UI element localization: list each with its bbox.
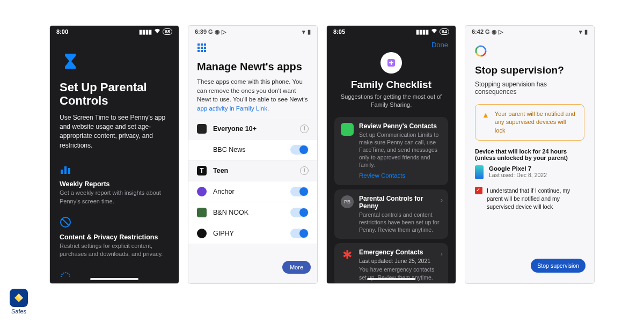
svg-rect-1 xyxy=(64,166,67,174)
rating-section-teen: T Teen i xyxy=(188,160,317,181)
feature-weekly-reports[interactable]: Weekly Reports Get a weekly report with … xyxy=(60,163,169,206)
bar-chart-icon xyxy=(60,163,71,175)
app-row-anchor[interactable]: Anchor xyxy=(188,181,317,202)
svg-rect-10 xyxy=(204,47,206,49)
screen-manage-apps: 6:39 G ◉ ▷ ▾▮ Manage Newt's apps These a… xyxy=(188,26,317,283)
clock: 8:00 xyxy=(56,28,68,35)
battery-icon: ▮ xyxy=(308,28,311,35)
feature-desc: Restrict settings for explicit content, … xyxy=(60,242,169,259)
home-indicator[interactable] xyxy=(90,278,138,280)
family-link-link[interactable]: app activity in Family Link xyxy=(197,105,267,112)
page-description: Use Screen Time to see Penny's app and w… xyxy=(60,113,169,151)
app-row-giphy[interactable]: GIPHY xyxy=(188,223,317,244)
warning-banner: ▲ Your parent will be notified and any s… xyxy=(475,104,584,141)
wifi-icon: ▾ xyxy=(302,28,305,35)
device-row: Google Pixel 7 Last used: Dec 8, 2022 xyxy=(475,165,584,179)
svg-rect-7 xyxy=(204,43,206,46)
screen-family-checklist: 8:05 ▮▮▮▮ 64 Done Family Checklist Sugge… xyxy=(327,26,456,283)
svg-line-4 xyxy=(62,219,69,225)
toggle-switch[interactable] xyxy=(290,229,309,238)
done-button[interactable]: Done xyxy=(431,41,448,49)
svg-rect-0 xyxy=(61,170,63,174)
svg-rect-6 xyxy=(201,43,203,46)
toggle-switch[interactable] xyxy=(290,145,309,155)
svg-rect-11 xyxy=(197,50,200,52)
google-logo-icon xyxy=(475,45,487,57)
feature-content-privacy[interactable]: Content & Privacy Restrictions Restrict … xyxy=(60,216,169,259)
brand-name: Safes xyxy=(10,308,28,314)
svg-rect-2 xyxy=(68,168,70,174)
page-subtitle: Stopping supervision has consequences xyxy=(475,80,584,96)
app-icon xyxy=(197,187,207,196)
svg-rect-8 xyxy=(197,47,200,49)
device-icon xyxy=(475,165,484,179)
svg-rect-13 xyxy=(204,50,206,52)
card-parental-controls[interactable]: PB Parental Controls for Penny Parental … xyxy=(334,189,448,239)
wifi-icon xyxy=(431,28,437,35)
apps-grid-icon[interactable] xyxy=(197,43,207,53)
home-indicator[interactable] xyxy=(367,278,415,280)
page-title: Stop supervision? xyxy=(475,64,584,76)
status-bar: 6:42 G ◉ ▷ ▾▮ xyxy=(465,26,594,38)
wifi-icon: ▾ xyxy=(579,28,582,35)
status-bar: 8:00 ▮▮▮▮ 68 xyxy=(50,26,179,38)
page-title: Set Up Parental Controls xyxy=(60,80,169,108)
card-review-contacts[interactable]: Review Penny's Contacts Set up Communica… xyxy=(334,117,448,185)
page-title: Family Checklist xyxy=(334,79,448,91)
info-icon[interactable]: i xyxy=(300,166,309,175)
svg-rect-9 xyxy=(201,47,203,49)
app-icon xyxy=(197,229,207,238)
card-emergency-contacts[interactable]: ✱ Emergency Contacts Last updated: June … xyxy=(334,243,448,283)
chevron-right-icon: › xyxy=(441,196,443,204)
svg-rect-12 xyxy=(201,50,203,52)
prohibit-icon xyxy=(60,216,71,228)
stop-supervision-button[interactable]: Stop supervision xyxy=(531,259,586,273)
safes-logo-icon xyxy=(10,289,28,307)
page-subtitle: Suggestions for getting the most out of … xyxy=(334,93,448,109)
feature-desc: Get a weekly report with insights about … xyxy=(60,189,169,206)
battery-icon: ▮ xyxy=(584,28,588,35)
status-icons: G ◉ ▷ xyxy=(485,28,503,35)
feature-title: Weekly Reports xyxy=(60,180,169,188)
card-subtitle: Last updated: June 25, 2021 xyxy=(359,257,442,265)
toggle-switch[interactable] xyxy=(290,208,309,217)
app-icon xyxy=(197,145,207,155)
medical-icon: ✱ xyxy=(341,249,354,262)
checkbox-icon[interactable] xyxy=(475,187,482,194)
toggle-switch[interactable] xyxy=(290,187,309,196)
feature-title: Content & Privacy Restrictions xyxy=(60,233,169,241)
signal-icon: ▮▮▮▮ xyxy=(416,28,429,35)
screen-setup-parental-controls: 8:00 ▮▮▮▮ 68 Set Up Parental Controls Us… xyxy=(50,26,179,283)
app-row-nook[interactable]: B&N NOOK xyxy=(188,202,317,223)
page-description: These apps come with this phone. You can… xyxy=(197,77,309,113)
app-icon xyxy=(197,208,207,217)
rating-icon: T xyxy=(197,166,207,175)
status-bar: 8:05 ▮▮▮▮ 64 xyxy=(327,26,456,38)
svg-rect-5 xyxy=(197,43,200,46)
battery-badge: 68 xyxy=(163,28,172,35)
rating-icon xyxy=(197,124,207,134)
screen-stop-supervision: 6:42 G ◉ ▷ ▾▮ Stop supervision? Stopping… xyxy=(465,26,594,283)
status-bar: 6:39 G ◉ ▷ ▾▮ xyxy=(188,26,317,38)
rating-section-everyone10: Everyone 10+ i xyxy=(188,119,317,140)
signal-icon: ▮▮▮▮ xyxy=(139,28,152,35)
brand-badge: Safes xyxy=(10,289,28,314)
avatar-icon: PB xyxy=(341,195,354,208)
clock: 6:39 xyxy=(195,28,207,35)
status-icons: G ◉ ▷ xyxy=(208,28,226,35)
contacts-icon xyxy=(341,123,354,136)
hourglass-icon xyxy=(60,50,81,72)
review-contacts-link[interactable]: Review Contacts xyxy=(359,172,405,179)
page-title: Manage Newt's apps xyxy=(197,60,309,73)
gauge-icon xyxy=(60,267,71,279)
app-row-bbc-news[interactable]: BBC News xyxy=(188,140,317,160)
acknowledgement-checkbox[interactable]: I understand that if I continue, my pare… xyxy=(475,187,584,210)
battery-badge: 64 xyxy=(440,28,449,35)
chevron-right-icon: › xyxy=(441,250,443,258)
checklist-hero-icon xyxy=(380,52,402,74)
clock: 8:05 xyxy=(333,28,345,35)
info-icon[interactable]: i xyxy=(300,125,309,133)
device-heading: Device that will lock for 24 hours (unle… xyxy=(475,148,584,161)
more-button[interactable]: More xyxy=(282,261,311,274)
wifi-icon xyxy=(154,28,160,35)
